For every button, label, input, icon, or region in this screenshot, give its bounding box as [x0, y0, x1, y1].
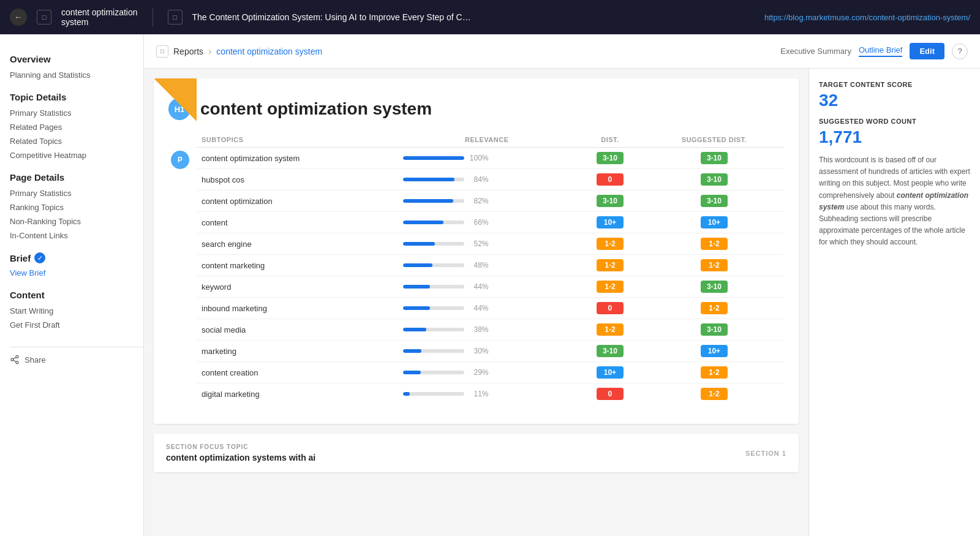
dist-cell: 1-2 [576, 319, 644, 341]
topic-cell: inbound marketing [197, 298, 398, 319]
section-number: SECTION 1 [745, 450, 786, 457]
page-h1-title: content optimization system [200, 99, 432, 119]
table-row: social media 38% 1-23-10 [197, 319, 784, 341]
share-icon [10, 355, 20, 364]
relevance-cell: 100% [398, 148, 576, 169]
col-relevance: RELEVANCE [398, 132, 576, 148]
sidebar-view-brief[interactable]: View Brief [10, 266, 143, 280]
sidebar-item-planning[interactable]: Planning and Statistics [10, 68, 143, 82]
target-score-value: 32 [819, 91, 970, 110]
dist-cell: 1-2 [576, 255, 644, 276]
suggested-dist-cell: 3-10 [644, 319, 784, 341]
reports-icon: □ [156, 45, 168, 58]
sidebar-item-ranking-topics[interactable]: Ranking Topics [10, 200, 143, 214]
sidebar-item-primary-stats-2[interactable]: Primary Statistics [10, 186, 143, 200]
table-row: content optimization 82% 3-103-10 [197, 191, 784, 212]
table-row: content 66% 10+10+ [197, 212, 784, 233]
section-focus-topic-value: content optimization systems with ai [166, 453, 315, 462]
topic-cell: content optimization [197, 191, 398, 212]
suggested-dist-cell: 1-2 [644, 362, 784, 383]
sidebar-item-primary-stats-1[interactable]: Primary Statistics [10, 106, 143, 120]
brief-check-icon: ✓ [34, 252, 45, 263]
suggested-dist-cell: 3-10 [644, 169, 784, 191]
sidebar-item-start-writing[interactable]: Start Writing [10, 304, 143, 318]
back-button[interactable]: ← [10, 9, 27, 26]
topic-cell: social media [197, 319, 398, 341]
content-area: H1 content optimization system P SUBTO [144, 69, 980, 536]
sidebar-brief-title: Brief [10, 253, 31, 263]
suggested-dist-cell: 1-2 [644, 255, 784, 276]
yellow-triangle-decoration [154, 78, 197, 121]
section-focus-topic-label: SECTION FOCUS TOPIC [166, 444, 315, 450]
table-row: marketing 30% 3-1010+ [197, 341, 784, 362]
p-badge: P [171, 151, 189, 169]
executive-summary-link[interactable]: Executive Summary [780, 47, 851, 56]
svg-point-0 [16, 355, 18, 358]
table-row: digital marketing 11% 01-2 [197, 383, 784, 405]
tab-icon: □ [37, 10, 51, 25]
sidebar-overview-title: Overview [10, 54, 143, 64]
relevance-cell: 44% [398, 298, 576, 319]
sidebar-item-in-content-links[interactable]: In-Content Links [10, 228, 143, 243]
col-suggested-dist: SUGGESTED DIST. [644, 132, 784, 148]
breadcrumb-current[interactable]: content optimization system [216, 47, 322, 56]
table-row: search engine 52% 1-21-2 [197, 233, 784, 255]
edit-button[interactable]: Edit [910, 43, 944, 59]
svg-point-2 [16, 361, 18, 364]
dist-cell: 10+ [576, 212, 644, 233]
main-content: □ Reports › content optimization system … [144, 34, 980, 536]
content-block: H1 content optimization system P SUBTO [154, 78, 799, 424]
suggested-dist-cell: 3-10 [644, 191, 784, 212]
sidebar-topic-details-title: Topic Details [10, 92, 143, 102]
topic-cell: content optimization system [197, 148, 398, 169]
suggested-dist-cell: 1-2 [644, 298, 784, 319]
table-row: content creation 29% 10+1-2 [197, 362, 784, 383]
sidebar-page-details-title: Page Details [10, 172, 143, 183]
right-panel: TARGET CONTENT SCORE 32 SUGGESTED WORD C… [809, 69, 980, 536]
suggested-dist-cell: 1-2 [644, 233, 784, 255]
help-button[interactable]: ? [952, 43, 968, 59]
topic-cell: keyword [197, 276, 398, 298]
breadcrumb-reports[interactable]: Reports [173, 47, 203, 56]
sidebar-item-related-topics[interactable]: Related Topics [10, 134, 143, 148]
topic-cell: digital marketing [197, 383, 398, 405]
relevance-cell: 11% [398, 383, 576, 405]
share-label: Share [24, 355, 46, 364]
sidebar-item-related-pages[interactable]: Related Pages [10, 120, 143, 134]
svg-line-4 [13, 357, 17, 359]
svg-line-3 [13, 360, 17, 362]
relevance-cell: 52% [398, 233, 576, 255]
topic-cell: search engine [197, 233, 398, 255]
topbar-page-title: The Content Optimization System: Using A… [192, 12, 474, 22]
topic-cell: content [197, 212, 398, 233]
topic-cell: hubspot cos [197, 169, 398, 191]
relevance-cell: 44% [398, 276, 576, 298]
sidebar-item-competitive-heatmap[interactable]: Competitive Heatmap [10, 148, 143, 162]
subtopics-row: P SUBTOPICS RELEVANCE DIST. SUGGESTED DI [168, 132, 784, 404]
table-row: content optimization system 100% 3-103-1… [197, 148, 784, 169]
relevance-cell: 82% [398, 191, 576, 212]
suggested-dist-cell: 3-10 [644, 276, 784, 298]
dist-cell: 3-10 [576, 148, 644, 169]
sidebar-item-get-first-draft[interactable]: Get First Draft [10, 318, 143, 332]
col-subtopics: SUBTOPICS [197, 132, 398, 148]
table-row: content marketing 48% 1-21-2 [197, 255, 784, 276]
dist-cell: 3-10 [576, 341, 644, 362]
sidebar-content-title: Content [10, 290, 143, 300]
table-row: inbound marketing 44% 01-2 [197, 298, 784, 319]
dist-cell: 0 [576, 383, 644, 405]
subtopics-table: SUBTOPICS RELEVANCE DIST. SUGGESTED DIST… [197, 132, 784, 404]
table-row: hubspot cos 84% 03-10 [197, 169, 784, 191]
share-button[interactable]: Share [10, 347, 143, 372]
suggested-dist-cell: 1-2 [644, 383, 784, 405]
svg-point-1 [11, 358, 13, 361]
suggested-dist-cell: 10+ [644, 212, 784, 233]
breadcrumb: □ Reports › content optimization system [156, 45, 322, 58]
dist-cell: 0 [576, 169, 644, 191]
dist-cell: 3-10 [576, 191, 644, 212]
sidebar-item-non-ranking-topics[interactable]: Non-Ranking Topics [10, 214, 143, 228]
outline-brief-link[interactable]: Outline Brief [859, 45, 903, 57]
topic-cell: content creation [197, 362, 398, 383]
dist-cell: 1-2 [576, 276, 644, 298]
topbar-url[interactable]: https://blog.marketmuse.com/content-opti… [764, 13, 970, 22]
